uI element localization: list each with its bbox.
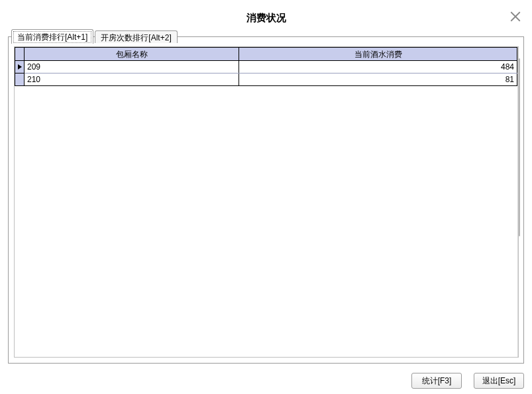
grid-area: 包厢名称 当前酒水消费 209 484 210 81 <box>15 47 517 357</box>
dialog-root: 消费状况 当前消费排行[Alt+1] 开房次数排行[Alt+2] <box>0 0 532 394</box>
close-icon <box>509 11 521 23</box>
tab-label: 开房次数排行[Alt+2] <box>101 33 171 42</box>
cell-amount[interactable]: 81 <box>239 74 517 86</box>
tab-open-count[interactable]: 开房次数排行[Alt+2] <box>95 30 177 43</box>
main-panel: 当前消费排行[Alt+1] 开房次数排行[Alt+2] <box>8 36 524 364</box>
exit-button[interactable]: 退出[Esc] <box>474 373 524 389</box>
row-header-corner <box>15 48 25 61</box>
scroll-thumb[interactable] <box>519 58 520 236</box>
cell-room[interactable]: 210 <box>25 74 239 86</box>
column-header-amount[interactable]: 当前酒水消费 <box>239 48 517 61</box>
table-container: 包厢名称 当前酒水消费 209 484 210 81 <box>14 46 519 358</box>
vertical-scrollbar[interactable] <box>517 47 518 357</box>
tab-label: 当前消费排行[Alt+1] <box>17 32 87 42</box>
cell-amount[interactable]: 484 <box>239 61 517 74</box>
close-button[interactable] <box>509 11 523 24</box>
stats-button[interactable]: 统计[F3] <box>411 373 462 389</box>
tabstrip: 当前消费排行[Alt+1] 开房次数排行[Alt+2] <box>11 28 179 43</box>
button-bar: 统计[F3] 退出[Esc] <box>411 373 524 389</box>
consumption-table: 包厢名称 当前酒水消费 209 484 210 81 <box>15 47 517 86</box>
cell-room[interactable]: 209 <box>25 61 239 74</box>
column-header-room[interactable]: 包厢名称 <box>25 48 239 61</box>
dialog-title: 消费状况 <box>0 12 532 25</box>
row-indicator <box>15 74 25 86</box>
tab-current-consumption[interactable]: 当前消费排行[Alt+1] <box>11 29 93 44</box>
current-row-icon <box>18 64 22 70</box>
title-bar: 消费状况 <box>0 0 532 30</box>
row-indicator <box>15 61 25 74</box>
table-row[interactable]: 209 484 <box>15 61 517 74</box>
table-row[interactable]: 210 81 <box>15 74 517 86</box>
